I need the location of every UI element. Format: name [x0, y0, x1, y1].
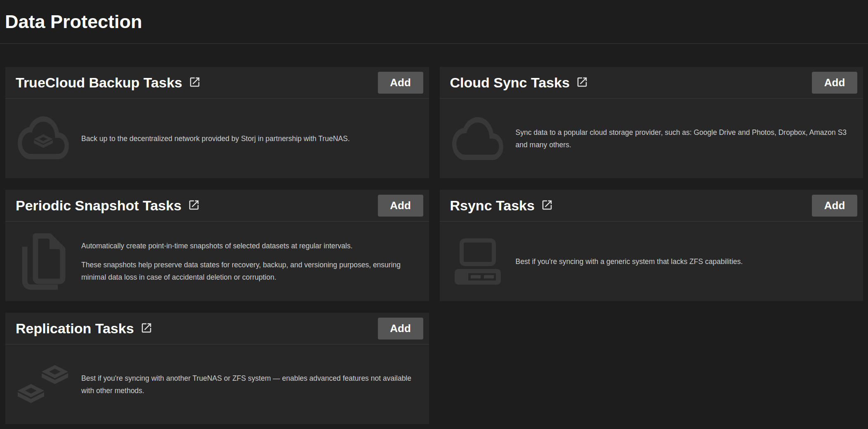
card-header: Cloud Sync Tasks Add: [440, 67, 863, 99]
card-title: Rsync Tasks: [450, 198, 535, 212]
replication-boxes-icon: [5, 365, 81, 403]
card-description-paragraph: These snapshots help preserve data state…: [81, 259, 422, 283]
storj-cloud-icon: [5, 116, 81, 161]
card-title-link[interactable]: Cloud Sync Tasks: [450, 75, 588, 90]
card-cloud-sync-tasks: Cloud Sync Tasks Add Sync data to a popu…: [440, 67, 863, 178]
card-body: Automatically create point-in-time snaps…: [5, 222, 429, 301]
snapshot-copy-icon: [5, 233, 81, 290]
card-description-paragraph: Best if you're syncing with another True…: [81, 372, 422, 397]
card-description-paragraph: Best if you're syncing with a generic sy…: [516, 255, 857, 268]
card-body: Best if you're syncing with a generic sy…: [440, 222, 863, 301]
card-title: Cloud Sync Tasks: [450, 75, 570, 90]
add-button[interactable]: Add: [378, 72, 423, 94]
external-link-icon: [576, 76, 588, 88]
cards-grid: TrueCloud Backup Tasks Add Back up to th…: [5, 67, 863, 424]
external-link-icon: [189, 76, 201, 88]
card-header: Rsync Tasks Add: [440, 190, 863, 222]
card-body: Sync data to a popular cloud storage pro…: [440, 99, 863, 178]
card-description: Best if you're syncing with a generic sy…: [516, 255, 863, 268]
card-replication-tasks: Replication Tasks Add Best if you're syn…: [5, 313, 429, 424]
add-button[interactable]: Add: [378, 318, 423, 339]
card-description-paragraph: Sync data to a popular cloud storage pro…: [516, 126, 857, 151]
add-button[interactable]: Add: [812, 72, 857, 94]
external-link-icon: [541, 199, 553, 211]
card-title: Replication Tasks: [16, 321, 134, 335]
add-button[interactable]: Add: [378, 195, 423, 217]
card-truecloud-backup-tasks: TrueCloud Backup Tasks Add Back up to th…: [5, 67, 429, 178]
page-divider: [0, 43, 868, 44]
card-header: TrueCloud Backup Tasks Add: [5, 67, 429, 99]
card-body: Best if you're syncing with another True…: [5, 344, 429, 424]
card-description-paragraph: Automatically create point-in-time snaps…: [81, 240, 422, 252]
card-body: Back up to the decentralized network pro…: [5, 99, 429, 178]
card-header: Periodic Snapshot Tasks Add: [5, 190, 429, 222]
card-description: Back up to the decentralized network pro…: [81, 132, 429, 145]
card-rsync-tasks: Rsync Tasks Add: [440, 190, 863, 301]
external-link-icon: [188, 199, 200, 211]
card-header: Replication Tasks Add: [5, 313, 429, 344]
card-title-link[interactable]: Rsync Tasks: [450, 198, 553, 212]
card-title-link[interactable]: Replication Tasks: [16, 321, 153, 335]
card-periodic-snapshot-tasks: Periodic Snapshot Tasks Add Automati: [5, 190, 429, 301]
card-description-paragraph: Back up to the decentralized network pro…: [81, 132, 422, 145]
card-title: Periodic Snapshot Tasks: [16, 198, 182, 212]
external-link-icon: [140, 322, 153, 334]
computer-icon: [440, 238, 516, 285]
data-protection-page: Data Protection TrueCloud Backup Tasks A…: [0, 0, 868, 424]
card-description: Automatically create point-in-time snaps…: [81, 240, 429, 283]
page-title: Data Protection: [0, 0, 868, 43]
card-title: TrueCloud Backup Tasks: [16, 75, 182, 90]
card-title-link[interactable]: Periodic Snapshot Tasks: [16, 198, 200, 212]
card-description: Sync data to a popular cloud storage pro…: [516, 126, 863, 151]
add-button[interactable]: Add: [812, 195, 857, 217]
card-title-link[interactable]: TrueCloud Backup Tasks: [16, 75, 201, 90]
cloud-icon: [440, 117, 516, 160]
card-description: Best if you're syncing with another True…: [81, 372, 429, 397]
